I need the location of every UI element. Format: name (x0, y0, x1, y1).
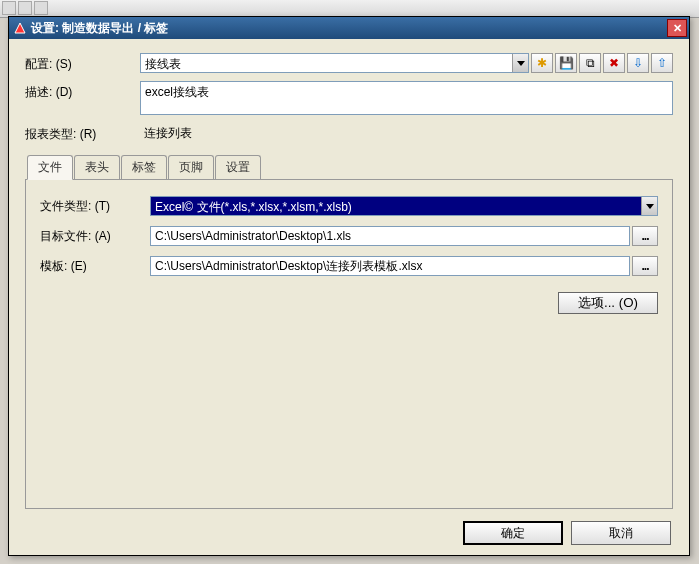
tabstrip: 文件 表头 标签 页脚 设置 (27, 155, 673, 180)
target-file-label: 目标文件: (A) (40, 228, 150, 245)
tab-footer[interactable]: 页脚 (168, 155, 214, 180)
template-label: 模板: (E) (40, 258, 150, 275)
close-button[interactable]: ✕ (667, 19, 687, 37)
close-icon: ✕ (673, 22, 682, 35)
delete-icon: ✖ (609, 56, 619, 70)
svg-marker-0 (15, 23, 25, 33)
import-icon: ⇩ (633, 56, 643, 70)
filetype-value: Excel© 文件(*.xls,*.xlsx,*.xlsm,*.xlsb) (151, 197, 641, 215)
options-button[interactable]: 选项... (O) (558, 292, 658, 314)
copy-icon: ⧉ (586, 56, 595, 70)
config-value: 接线表 (141, 54, 512, 72)
description-label: 描述: (D) (25, 81, 140, 101)
ok-button[interactable]: 确定 (463, 521, 563, 545)
export-config-button[interactable]: ⇧ (651, 53, 673, 73)
report-type-value: 连接列表 (140, 123, 673, 144)
target-browse-button[interactable]: ... (632, 226, 658, 246)
titlebar: 设置: 制造数据导出 / 标签 ✕ (9, 17, 689, 39)
target-file-input[interactable] (150, 226, 630, 246)
template-input[interactable] (150, 256, 630, 276)
import-config-button[interactable]: ⇩ (627, 53, 649, 73)
tab-file[interactable]: 文件 (27, 155, 73, 180)
cancel-button[interactable]: 取消 (571, 521, 671, 545)
new-config-button[interactable]: ✱ (531, 53, 553, 73)
chevron-down-icon[interactable] (641, 197, 657, 215)
tab-header[interactable]: 表头 (74, 155, 120, 180)
app-icon (13, 21, 27, 35)
tab-label[interactable]: 标签 (121, 155, 167, 180)
save-config-button[interactable]: 💾 (555, 53, 577, 73)
description-input[interactable] (140, 81, 673, 115)
filetype-select[interactable]: Excel© 文件(*.xls,*.xlsx,*.xlsm,*.xlsb) (150, 196, 658, 216)
template-browse-button[interactable]: ... (632, 256, 658, 276)
config-label: 配置: (S) (25, 53, 140, 73)
export-icon: ⇧ (657, 56, 667, 70)
filetype-label: 文件类型: (T) (40, 198, 150, 215)
config-combo[interactable]: 接线表 (140, 53, 529, 73)
new-icon: ✱ (537, 56, 547, 70)
settings-dialog: 设置: 制造数据导出 / 标签 ✕ 配置: (S) 接线表 ✱ 💾 ⧉ ✖ ⇩ … (8, 16, 690, 556)
chevron-down-icon[interactable] (512, 54, 528, 72)
delete-config-button[interactable]: ✖ (603, 53, 625, 73)
copy-config-button[interactable]: ⧉ (579, 53, 601, 73)
dialog-title: 设置: 制造数据导出 / 标签 (31, 20, 667, 37)
report-type-label: 报表类型: (R) (25, 123, 140, 143)
tabpanel-file: 文件类型: (T) Excel© 文件(*.xls,*.xlsx,*.xlsm,… (25, 179, 673, 509)
tab-settings[interactable]: 设置 (215, 155, 261, 180)
save-icon: 💾 (559, 56, 574, 70)
